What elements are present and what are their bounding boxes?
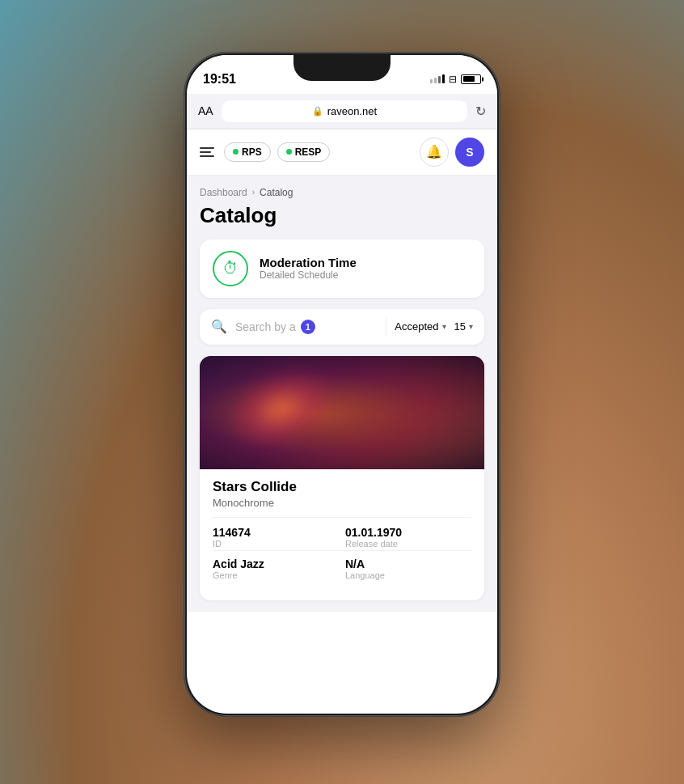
resp-label: RESP [295, 146, 322, 158]
meta-release-value: 01.01.1970 [345, 526, 471, 539]
status-bar: 19:51 ⊟ [187, 55, 497, 94]
resp-badge[interactable]: RESP [277, 142, 331, 162]
chevron-down-icon: ▾ [442, 322, 446, 331]
menu-button[interactable] [200, 147, 214, 157]
notification-button[interactable]: 🔔 [420, 138, 449, 167]
count-label: 15 [454, 320, 466, 333]
divider [386, 317, 386, 337]
battery-icon [461, 74, 481, 84]
resp-dot [286, 149, 292, 155]
nav-badges: RPS RESP [224, 142, 410, 162]
filter-label: Accepted [395, 320, 438, 333]
breadcrumb-separator: › [252, 188, 255, 197]
aa-label[interactable]: AA [198, 104, 213, 117]
item-meta-grid: 114674 ID 01.01.1970 Release date [213, 517, 471, 549]
url-bar[interactable]: 🔒 raveon.net [222, 100, 467, 122]
meta-language-value: N/A [345, 557, 471, 570]
page-title: Catalog [200, 203, 484, 228]
moderation-icon-wrap: ⏱ [213, 251, 248, 286]
catalog-item[interactable]: Stars Collide Monochrome 114674 ID 01.01… [200, 356, 484, 600]
search-badge: 1 [301, 320, 315, 334]
moderation-subtitle: Detailed Schedule [260, 269, 357, 281]
meta-id: 114674 ID [213, 526, 339, 549]
phone-frame: 19:51 ⊟ AA 🔒 raveon.net [184, 53, 500, 716]
url-text: raveon.net [327, 105, 377, 117]
item-details: Stars Collide Monochrome 114674 ID 01.01… [200, 469, 484, 600]
bell-icon: 🔔 [426, 144, 442, 159]
meta-genre2: Acid Jazz Genre [213, 557, 339, 591]
avatar-button[interactable]: S [455, 138, 484, 167]
breadcrumb: Dashboard › Catalog [200, 187, 484, 198]
count-chevron-icon: ▾ [469, 322, 473, 331]
notch [293, 55, 391, 81]
meta-genre2-value: Acid Jazz [213, 557, 339, 570]
moderation-text: Moderation Time Detailed Schedule [260, 256, 357, 281]
breadcrumb-current: Catalog [260, 187, 293, 198]
search-placeholder: Search by a [235, 320, 296, 333]
signal-icon [430, 74, 445, 83]
rps-dot [233, 149, 239, 155]
browser-bar: AA 🔒 raveon.net ↻ [187, 94, 497, 129]
status-time: 19:51 [203, 72, 236, 87]
breadcrumb-parent[interactable]: Dashboard [200, 187, 247, 198]
meta-language-label: Language [345, 570, 471, 580]
meta-id-label: ID [213, 539, 339, 549]
rps-badge[interactable]: RPS [224, 142, 271, 162]
clock-icon: ⏱ [222, 259, 239, 278]
meta-release-label: Release date [345, 539, 471, 549]
item-meta-row2: Acid Jazz Genre N/A Language [213, 550, 471, 591]
avatar-label: S [466, 146, 473, 159]
meta-id-value: 114674 [213, 526, 339, 539]
refresh-button[interactable]: ↻ [475, 104, 486, 119]
meta-release: 01.01.1970 Release date [345, 526, 471, 549]
filter-button[interactable]: Accepted ▾ [395, 320, 445, 333]
item-name: Stars Collide [213, 479, 471, 495]
moderation-card[interactable]: ⏱ Moderation Time Detailed Schedule [200, 239, 484, 298]
lock-icon: 🔒 [312, 106, 323, 117]
wifi-icon: ⊟ [449, 74, 457, 85]
search-input-area[interactable]: Search by a 1 [235, 320, 378, 334]
status-icons: ⊟ [430, 74, 481, 85]
nav-bar: RPS RESP 🔔 S [187, 129, 497, 176]
nav-actions: 🔔 S [420, 138, 484, 167]
rps-label: RPS [242, 146, 262, 158]
count-button[interactable]: 15 ▾ [454, 320, 473, 333]
search-icon: 🔍 [211, 319, 227, 334]
moderation-title: Moderation Time [260, 256, 357, 269]
search-row: 🔍 Search by a 1 Accepted ▾ 15 ▾ [200, 309, 484, 345]
meta-genre2-label: Genre [213, 570, 339, 580]
page-content: Dashboard › Catalog Catalog ⏱ Moderation… [187, 176, 497, 612]
item-image [200, 356, 484, 469]
item-genre: Monochrome [213, 497, 471, 509]
meta-language: N/A Language [345, 557, 471, 591]
